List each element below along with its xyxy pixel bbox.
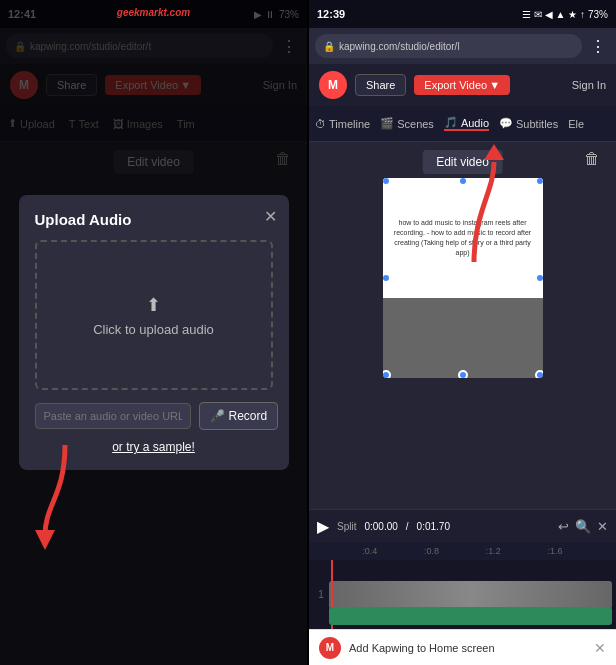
undo-icon[interactable]: ↩ [558, 519, 569, 534]
upload-area[interactable]: ⬆ Click to upload audio [35, 240, 273, 390]
right-panel: 12:39 ☰ ✉ ◀ ▲ ★ ↑ 73% 🔒 kapwing.com/stud… [309, 0, 616, 665]
handle-br[interactable] [535, 370, 543, 378]
time-separator: / [406, 521, 409, 532]
timeline-tracks: 1 [309, 560, 616, 629]
upload-audio-modal: Upload Audio ✕ ⬆ Click to upload audio 🎤… [19, 195, 289, 470]
handle-rm[interactable] [535, 273, 543, 283]
right-share-button[interactable]: Share [355, 74, 406, 96]
split-label[interactable]: Split [337, 521, 356, 532]
right-export-button[interactable]: Export Video ▼ [414, 75, 510, 95]
total-time: 0:01.70 [417, 521, 450, 532]
ruler-mark-4: :1.6 [524, 546, 586, 556]
handle-bm[interactable] [458, 370, 468, 378]
current-time: 0:00.00 [364, 521, 397, 532]
audio-track[interactable] [329, 607, 612, 625]
status-bar-right: 12:39 ☰ ✉ ◀ ▲ ★ ↑ 73% [309, 0, 616, 28]
modal-close-button[interactable]: ✕ [264, 207, 277, 226]
red-arrow-right [439, 142, 509, 272]
ruler-mark-2: :0.8 [401, 546, 463, 556]
app-header-right: M Share Export Video ▼ Sign In [309, 64, 616, 106]
right-app-logo: M [319, 71, 347, 99]
video-track[interactable] [329, 581, 612, 609]
svg-marker-1 [484, 144, 504, 160]
timeline-right: ▶ Split 0:00.00 / 0:01.70 ↩ 🔍 ✕ :0.4 :0.… [309, 509, 616, 629]
right-status-icons: ☰ ✉ ◀ ▲ ★ ↑ 73% [522, 9, 608, 20]
browser-bar-right: 🔒 kapwing.com/studio/editor/l ⋮ [309, 28, 616, 64]
tab-timeline[interactable]: ⏱ Timeline [315, 118, 370, 130]
right-time: 12:39 [317, 8, 345, 20]
handle-bl[interactable] [383, 370, 391, 378]
right-url-bar[interactable]: 🔒 kapwing.com/studio/editor/l [315, 34, 582, 58]
zoom-icon[interactable]: 🔍 [575, 519, 591, 534]
modal-overlay: Upload Audio ✕ ⬆ Click to upload audio 🎤… [0, 0, 307, 665]
tab-scenes[interactable]: 🎬 Scenes [380, 117, 434, 130]
kapwing-banner-icon: M [319, 637, 341, 659]
ruler-mark-1: :0.4 [339, 546, 401, 556]
timeline-ruler: :0.4 :0.8 :1.2 :1.6 [309, 542, 616, 560]
timeline-icon-group: ↩ 🔍 ✕ [558, 519, 608, 534]
tab-elements[interactable]: Ele [568, 118, 584, 130]
mic-icon: 🎤 [210, 409, 225, 423]
tabs-right: ⏱ Timeline 🎬 Scenes 🎵 Audio 💬 Subtitles … [309, 106, 616, 142]
sample-link[interactable]: or try a sample! [35, 440, 273, 454]
right-browser-menu[interactable]: ⋮ [586, 37, 610, 56]
banner-text: Add Kapwing to Home screen [349, 642, 586, 654]
timeline-close-icon[interactable]: ✕ [597, 519, 608, 534]
banner-close-button[interactable]: ✕ [594, 640, 606, 656]
editor-main-right: Edit video 🗑 how to add music to instagr… [309, 142, 616, 509]
upload-area-text: Click to upload audio [93, 322, 214, 337]
svg-marker-0 [35, 530, 55, 550]
left-panel: geekmarkt.com 12:41 ▶ ⏸ 73% 🔒 kapwing.co… [0, 0, 307, 665]
right-url-text: kapwing.com/studio/editor/l [339, 41, 460, 52]
track-number: 1 [313, 589, 329, 600]
tab-audio[interactable]: 🎵 Audio [444, 116, 489, 131]
timeline-controls: ▶ Split 0:00.00 / 0:01.70 ↩ 🔍 ✕ [309, 510, 616, 542]
url-input[interactable] [35, 403, 191, 429]
play-button[interactable]: ▶ [317, 517, 329, 536]
canvas-bottom [383, 298, 543, 378]
bottom-banner: M Add Kapwing to Home screen ✕ [309, 629, 616, 665]
upload-area-icon: ⬆ [146, 294, 161, 316]
lock-icon-right: 🔒 [323, 41, 335, 52]
ruler-mark-3: :1.2 [463, 546, 525, 556]
right-signin-button[interactable]: Sign In [572, 79, 606, 91]
delete-icon-right[interactable]: 🗑 [584, 150, 600, 168]
modal-title: Upload Audio [35, 211, 273, 228]
record-button[interactable]: 🎤 Record [199, 402, 279, 430]
tab-subtitles[interactable]: 💬 Subtitles [499, 117, 558, 130]
url-row: 🎤 Record [35, 402, 273, 430]
